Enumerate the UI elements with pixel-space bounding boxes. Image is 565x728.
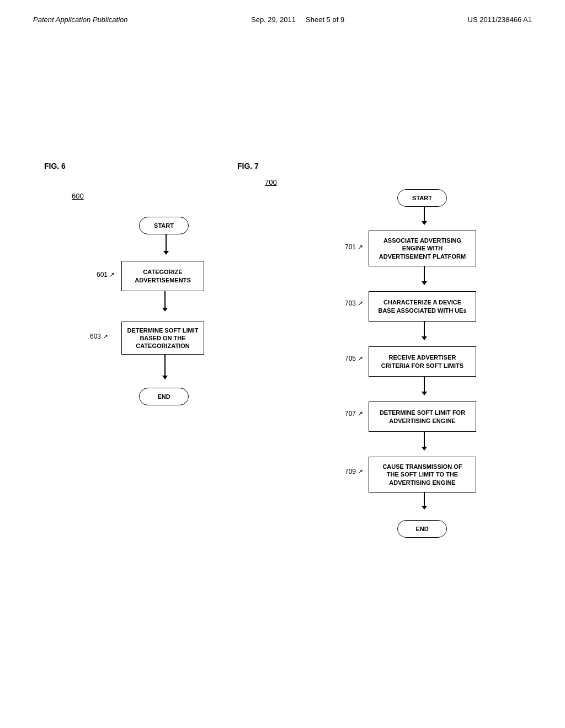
fig6-arrow-2 (162, 291, 168, 312)
fig7-associate-box: ASSOCIATE ADVERTISINGENGINE WITHADVERTIS… (369, 231, 476, 266)
fig6-start-box: START (139, 217, 189, 234)
fig7-arrow-4 (422, 377, 427, 395)
fig6-step-603: 603 ↗ (90, 333, 108, 340)
fig7-receive-box: RECEIVE ADVERTISERCRITERIA FOR SOFT LIMI… (369, 346, 476, 377)
fig7-arrow-1 (422, 207, 427, 225)
fig6-ref: 600 (72, 192, 84, 200)
fig6-arrow-3 (162, 355, 168, 379)
fig6-label: FIG. 6 (44, 162, 66, 170)
fig7-arrow-3 (422, 322, 427, 340)
fig6-arrow-1 (163, 234, 169, 255)
fig7-characterize-box: CHARACTERIZE A DEVICEBASE ASSOCIATED WIT… (369, 291, 476, 322)
fig6-determine-box: DETERMINE SOFT LIMITBASED ON THECATEGORI… (121, 322, 204, 355)
fig7-arrow-2 (422, 266, 427, 285)
header-left: Patent Application Publication (33, 15, 128, 24)
fig7-start-box: START (397, 189, 447, 207)
fig7-end-box: END (397, 520, 447, 538)
fig7-step-701: 701 ↗ (345, 243, 363, 251)
fig7-arrow-5 (422, 432, 427, 451)
fig7-label: FIG. 7 (237, 162, 259, 170)
page-header: Patent Application Publication Sep. 29, … (0, 0, 565, 24)
fig7-step-709: 709 ↗ (345, 468, 363, 475)
header-sheet: Sheet 5 of 9 (306, 15, 344, 24)
header-right: US 2011/238466 A1 (468, 15, 532, 24)
fig7-arrow-6 (422, 493, 427, 510)
fig7-step-703: 703 ↗ (345, 299, 363, 307)
fig6-end-box: END (139, 388, 189, 405)
diagram-area: FIG. 6 600 START 601 ↗ CATEGORIZEADVERTI… (0, 35, 565, 697)
fig7-ref: 700 (265, 178, 277, 186)
fig6-categorize-box: CATEGORIZEADVERTISEMENTS (121, 261, 204, 291)
header-center: Sep. 29, 2011 Sheet 5 of 9 (251, 15, 344, 24)
fig7-determine-box: DETERMINE SOFT LIMIT FORADVERTISING ENGI… (369, 402, 476, 432)
fig7-cause-box: CAUSE TRANSMISSION OFTHE SOFT LIMIT TO T… (369, 457, 476, 493)
fig7-step-707: 707 ↗ (345, 410, 363, 417)
header-date: Sep. 29, 2011 (251, 15, 296, 24)
fig7-step-705: 705 ↗ (345, 355, 363, 362)
fig6-step-601: 601 ↗ (97, 271, 115, 279)
